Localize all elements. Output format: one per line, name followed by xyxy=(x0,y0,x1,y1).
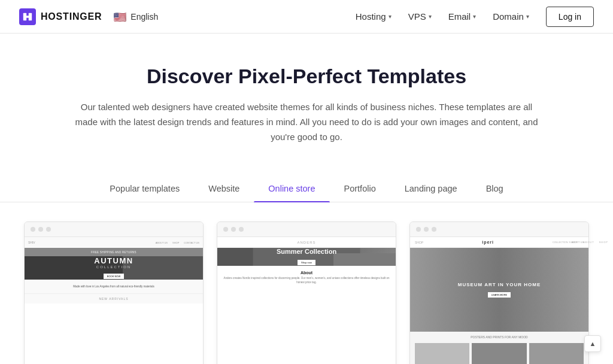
template-tabs: Popular templates Website Online store P… xyxy=(0,161,613,202)
browser-dot-red xyxy=(31,227,35,232)
nav-domain[interactable]: Domain ▾ xyxy=(493,11,529,22)
card3-brand: iperi xyxy=(482,240,494,244)
logo-icon xyxy=(19,8,36,25)
card2-text-overlay: Summer Collection Shop now xyxy=(277,248,336,266)
template-card-iperi[interactable]: SHOP iperi COLLECTION ABOUT US MUSEUM AR… xyxy=(409,222,589,364)
browser-bar xyxy=(25,222,203,237)
nav-vps[interactable]: VPS ▾ xyxy=(408,11,432,22)
card1-topbar: SHIV ABOUT US SHOP CONTACT US xyxy=(25,237,203,248)
card3-screenshot: SHOP iperi COLLECTION ABOUT US MUSEUM AR… xyxy=(410,237,588,364)
card3-main-title: MUSEUM ART IN YOUR HOME xyxy=(458,282,541,287)
browser-dot-green xyxy=(46,227,51,232)
language-label: English xyxy=(131,12,158,22)
logo-text: HOSTINGER xyxy=(41,11,102,22)
chevron-up-icon: ▲ xyxy=(590,340,596,347)
card3-cta: LEARN MORE xyxy=(488,292,511,298)
template-card-anders[interactable]: ANDERS SHOP ABOUT SHOP Summer Collection… xyxy=(217,222,396,364)
card2-body: About Anders creates Nordic inspired col… xyxy=(217,266,396,290)
chevron-down-icon: ▾ xyxy=(526,13,529,20)
card1-body: Made with love in Los Angeles from all n… xyxy=(25,280,203,293)
browser-bar xyxy=(217,222,396,237)
tab-blog[interactable]: Blog xyxy=(472,178,518,202)
card1-overlay: AUTUMN COLLECTION BOOK NOW xyxy=(94,256,133,280)
tab-portfolio[interactable]: Portfolio xyxy=(330,178,390,202)
card3-thumb-3 xyxy=(529,343,584,364)
card2-cta: Shop now xyxy=(298,260,315,265)
scroll-up-button[interactable]: ▲ xyxy=(584,335,601,352)
card2-about-heading: About xyxy=(222,271,391,275)
card1-main-subtitle: COLLECTION xyxy=(94,265,133,269)
tab-online-store[interactable]: Online store xyxy=(254,178,329,202)
template-card-shiv[interactable]: SHIV ABOUT US SHOP CONTACT US FREE SHIPP… xyxy=(24,222,204,364)
svg-rect-2 xyxy=(26,16,29,18)
card2-brand: ANDERS xyxy=(297,241,315,244)
hero-section: Discover Pixel-Perfect Templates Our tal… xyxy=(0,34,613,161)
card2-plants-image xyxy=(333,253,396,266)
browser-dot-red xyxy=(223,227,228,232)
logo[interactable]: HOSTINGER xyxy=(19,8,102,25)
card2-about-text: Anders creates Nordic inspired collectio… xyxy=(222,277,391,285)
tab-popular-templates[interactable]: Popular templates xyxy=(95,178,194,202)
card1-screenshot: SHIV ABOUT US SHOP CONTACT US FREE SHIPP… xyxy=(25,237,203,304)
card3-text-overlay: MUSEUM ART IN YOUR HOME LEARN MORE xyxy=(458,282,541,298)
card3-main: MUSEUM ART IN YOUR HOME LEARN MORE xyxy=(410,248,588,332)
card2-main-title: Summer Collection xyxy=(277,248,336,255)
nav-domain-label: Domain xyxy=(493,11,524,22)
nav-email[interactable]: Email ▾ xyxy=(448,11,477,22)
card2-main: Summer Collection Shop now xyxy=(217,248,396,266)
flag-icon xyxy=(114,12,127,22)
card3-thumb-2 xyxy=(472,343,526,364)
browser-dot-yellow xyxy=(231,227,236,232)
language-selector[interactable]: English xyxy=(114,12,158,22)
card2-screenshot: ANDERS SHOP ABOUT SHOP Summer Collection… xyxy=(217,237,396,290)
card1-banner: FREE SHIPPING AND RETURNS xyxy=(25,248,203,256)
tab-website[interactable]: Website xyxy=(194,178,254,202)
card3-topbar: SHOP iperi COLLECTION ABOUT US xyxy=(410,237,588,248)
hero-title: Discover Pixel-Perfect Templates xyxy=(19,65,594,88)
nav-hosting-label: Hosting xyxy=(356,11,386,22)
card1-footer: NEW ARRIVALS xyxy=(25,293,203,304)
card1-nav-links: ABOUT US SHOP CONTACT US xyxy=(156,241,199,244)
browser-dot-yellow xyxy=(424,227,429,232)
hero-subtitle: Our talented web designers have created … xyxy=(73,100,540,144)
site-header: HOSTINGER English Hosting ▾ VPS ▾ Email … xyxy=(0,0,613,34)
browser-dot-red xyxy=(416,227,421,232)
card1-cta: BOOK NOW xyxy=(104,274,124,279)
chevron-down-icon: ▾ xyxy=(473,13,476,20)
chevron-down-icon: ▾ xyxy=(389,13,392,20)
card1-image-right xyxy=(123,256,203,280)
browser-dot-green xyxy=(432,227,436,232)
browser-dot-yellow xyxy=(38,227,43,232)
browser-dot-green xyxy=(239,227,244,232)
chevron-down-icon: ▾ xyxy=(429,13,432,20)
header-left: HOSTINGER English xyxy=(19,8,158,25)
card2-topbar: ANDERS SHOP ABOUT SHOP xyxy=(217,237,396,248)
card1-main: AUTUMN COLLECTION BOOK NOW xyxy=(25,256,203,280)
card3-thumbnails xyxy=(410,341,588,364)
nav-hosting[interactable]: Hosting ▾ xyxy=(356,11,392,22)
card1-main-title: AUTUMN xyxy=(94,256,133,265)
hostinger-logo-svg xyxy=(22,11,33,22)
nav-vps-label: VPS xyxy=(408,11,426,22)
browser-bar xyxy=(410,222,588,237)
nav-email-label: Email xyxy=(448,11,471,22)
card3-thumb-1 xyxy=(415,343,469,364)
login-button[interactable]: Log in xyxy=(546,7,594,27)
main-nav: Hosting ▾ VPS ▾ Email ▾ Domain ▾ Log in xyxy=(356,7,594,27)
card1-brand: SHIV xyxy=(28,241,35,244)
card3-nav-left: SHOP xyxy=(415,241,423,244)
templates-grid: SHIV ABOUT US SHOP CONTACT US FREE SHIPP… xyxy=(0,202,613,364)
card3-subtitle: POSTERS AND PRINTS FOR ANY MOOD xyxy=(410,332,588,341)
tab-landing-page[interactable]: Landing page xyxy=(390,178,472,202)
